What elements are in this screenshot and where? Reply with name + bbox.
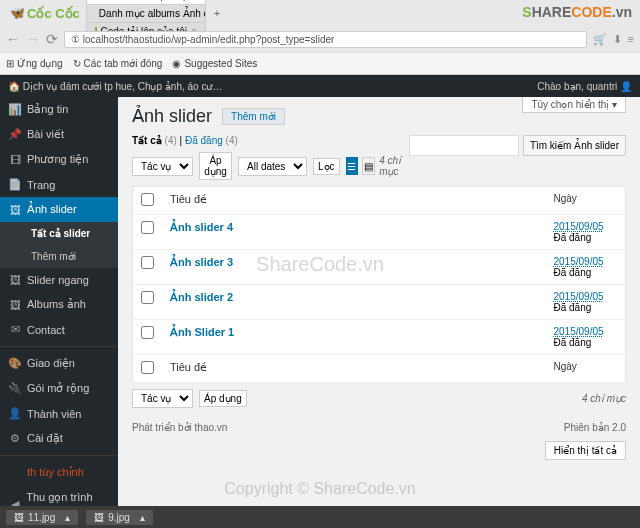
menu-icon: 📄 (8, 178, 22, 191)
post-title-link[interactable]: Ảnh slider 4 (170, 221, 233, 233)
menu-icon: 📌 (8, 128, 22, 141)
add-new-button[interactable]: Thêm mới (222, 108, 285, 125)
download-icon[interactable]: ⬇ (613, 33, 622, 46)
bulk-action-select-bottom[interactable]: Tác vụ (132, 389, 193, 408)
new-tab-button[interactable]: + (208, 5, 226, 21)
reload-button[interactable]: ⟳ (46, 31, 58, 47)
sidebar-item[interactable]: 🖼Albums ảnh (0, 292, 118, 317)
menu-icon: 👤 (8, 407, 22, 420)
post-title-link[interactable]: Ảnh Slider 1 (170, 326, 234, 338)
post-date: 2015/09/05 (554, 291, 604, 302)
sidebar-item[interactable]: 📄Trang (0, 172, 118, 197)
table-row: Ảnh slider 3 2015/09/05Đã đăng (133, 250, 626, 285)
admin-sidebar: 📊Bảng tin📌Bài viết🎞Phương tiện📄Trang🖼Ảnh… (0, 97, 118, 528)
browser-logo: Cốc Cốc (4, 6, 86, 21)
post-status: Đã đăng (554, 302, 592, 313)
post-status: Đã đăng (554, 232, 592, 243)
select-all-checkbox[interactable] (141, 193, 154, 206)
image-icon: 🖼 (14, 512, 24, 523)
post-date: 2015/09/05 (554, 326, 604, 337)
date-filter-select[interactable]: All dates (238, 157, 307, 176)
sidebar-item[interactable]: 🎨Giao diện (0, 351, 118, 376)
sidebar-item[interactable]: 📊Bảng tin (0, 97, 118, 122)
posts-table: Tiêu đề Ngày Ảnh slider 4 2015/09/05Đã đ… (132, 186, 626, 383)
filter-button[interactable]: Lọc (313, 158, 340, 175)
menu-icon: 🎨 (8, 357, 22, 370)
apply-button-bottom[interactable]: Áp dụng (199, 390, 247, 407)
filter-all[interactable]: Tất cả (132, 135, 162, 146)
row-checkbox[interactable] (141, 256, 154, 269)
menu-icon: ✉ (8, 323, 22, 336)
sidebar-item[interactable]: 🖼Ảnh slider (0, 197, 118, 222)
post-date: 2015/09/05 (554, 256, 604, 267)
view-list-button[interactable]: ☰ (346, 157, 359, 175)
footer-credit: Phát triển bởi thao.vn (132, 422, 227, 433)
bookmarks-bar: ⊞ Ứng dụng ↻ Các tab mới đóng ◉ Suggeste… (0, 52, 640, 74)
menu-icon[interactable]: ≡ (628, 33, 634, 46)
menu-icon: 🖼 (8, 274, 22, 286)
windows-taskbar: 🖼 11.jpg ▴🖼 9.jpg ▴ (0, 506, 640, 528)
menu-icon: 🎞 (8, 154, 22, 166)
sidebar-item[interactable]: 🔌Gói mở rộng (0, 376, 118, 401)
image-icon: 🖼 (94, 512, 104, 523)
post-status: Đã đăng (554, 337, 592, 348)
select-all-checkbox-bottom[interactable] (141, 361, 154, 374)
sidebar-item[interactable]: 📌Bài viết (0, 122, 118, 147)
menu-icon: 📊 (8, 103, 22, 116)
post-date: 2015/09/05 (554, 221, 604, 232)
apps-button[interactable]: ⊞ Ứng dụng (6, 58, 63, 69)
site-link[interactable]: 🏠 Dịch vụ đám cưới tp hue, Chụp ảnh, áo … (8, 81, 222, 92)
sidebar-item[interactable]: ⚙Cài đặt (0, 426, 118, 451)
post-title-link[interactable]: Ảnh slider 2 (170, 291, 233, 303)
suggested-sites-button[interactable]: ◉ Suggested Sites (172, 58, 257, 69)
menu-icon: ⚙ (8, 432, 22, 445)
browser-tab[interactable]: Danh mục albums Ảnh cư× (86, 4, 206, 22)
recent-tabs-button[interactable]: ↻ Các tab mới đóng (73, 58, 163, 69)
sidebar-item[interactable]: ✉Contact (0, 317, 118, 342)
bulk-action-select-top[interactable]: Tác vụ (132, 157, 193, 176)
post-status: Đã đăng (554, 267, 592, 278)
apply-button-top[interactable]: Áp dụng (199, 152, 232, 180)
sidebar-item[interactable]: Thêm mới (0, 245, 118, 268)
screen-options-toggle[interactable]: Tùy chọn hiển thị ▾ (522, 97, 626, 113)
row-checkbox[interactable] (141, 326, 154, 339)
col-date-header[interactable]: Ngày (546, 187, 626, 215)
sidebar-item[interactable]: 🖼Slider ngang (0, 268, 118, 292)
filter-published[interactable]: Đã đăng (185, 135, 223, 146)
back-button[interactable]: ← (6, 31, 20, 47)
main-content: Tùy chọn hiển thị ▾ Ảnh slider Thêm mới … (118, 97, 640, 528)
taskbar-item[interactable]: 🖼 9.jpg ▴ (86, 510, 153, 525)
table-row: Ảnh slider 2 2015/09/05Đã đăng (133, 285, 626, 320)
sharecode-watermark-logo: SHARECODE.vn (522, 4, 632, 20)
taskbar-item[interactable]: 🖼 11.jpg ▴ (6, 510, 78, 525)
col-title-header[interactable]: Tiêu đề (162, 187, 546, 215)
page-title: Ảnh slider (132, 105, 212, 127)
post-title-link[interactable]: Ảnh slider 3 (170, 256, 233, 268)
view-excerpt-button[interactable]: ▤ (362, 157, 375, 175)
menu-icon: 🔌 (8, 382, 22, 395)
user-greeting[interactable]: Chào bạn, quantri 👤 (537, 81, 632, 92)
sidebar-item[interactable]: 🎞Phương tiện (0, 147, 118, 172)
items-count-bottom: 4 chỉ mục (582, 393, 626, 404)
forward-button[interactable]: → (26, 31, 40, 47)
wp-admin-bar: 🏠 Dịch vụ đám cưới tp hue, Chụp ảnh, áo … (0, 75, 640, 97)
menu-icon: 🖼 (8, 204, 22, 216)
sidebar-item[interactable]: Tất cả slider (0, 222, 118, 245)
show-all-button[interactable]: Hiển thị tất cả (545, 441, 626, 460)
search-button[interactable]: Tìm kiếm Ảnh slider (523, 135, 626, 156)
search-input[interactable] (409, 135, 519, 156)
address-bar[interactable]: ① localhost/thaostudio/wp-admin/edit.php… (64, 31, 587, 48)
sidebar-item[interactable]: th tùy chỉnh (0, 460, 118, 485)
items-count: 4 chỉ mục (379, 155, 409, 177)
table-row: Ảnh slider 4 2015/09/05Đã đăng (133, 215, 626, 250)
menu-icon: 🖼 (8, 299, 22, 311)
row-checkbox[interactable] (141, 221, 154, 234)
cart-icon[interactable]: 🛒 (593, 33, 607, 46)
sidebar-item[interactable]: 👤Thành viên (0, 401, 118, 426)
row-checkbox[interactable] (141, 291, 154, 304)
table-row: Ảnh Slider 1 2015/09/05Đã đăng (133, 320, 626, 355)
version-label: Phiên bản 2.0 (564, 422, 626, 433)
